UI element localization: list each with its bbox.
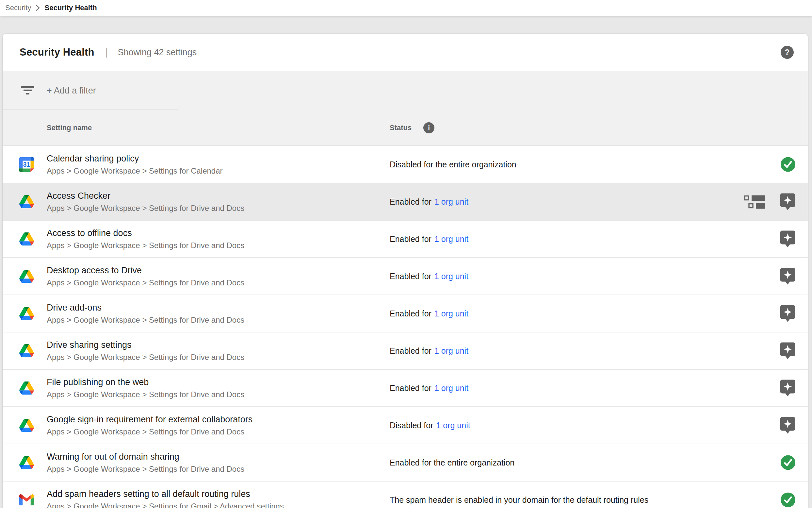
status-text: Enabled for <box>390 309 431 319</box>
setting-row[interactable]: 31 Drive sharing settings App <box>3 333 808 370</box>
filter-and-head-band: + Add a filter Setting name Status i <box>3 71 808 146</box>
status-text: Disabled for <box>390 421 433 430</box>
check-circle-icon <box>781 493 795 507</box>
settings-count: Showing 42 settings <box>118 47 197 57</box>
status-column-label: Status <box>390 124 412 132</box>
page-title: Security Health <box>19 46 94 58</box>
setting-status: Enabled for 1 org unit <box>390 197 468 207</box>
status-text: Enabled for <box>390 197 431 207</box>
setting-status: Enabled for the entire organization <box>390 458 515 467</box>
setting-path: Apps > Google Workspace > Settings for D… <box>47 427 252 436</box>
setting-name-column-header: Setting name <box>47 124 92 132</box>
status-text: Enabled for the entire organization <box>390 458 515 467</box>
setting-status: Enabled for 1 org unit <box>390 309 468 319</box>
setting-title: Google sign-in requirement for external … <box>47 414 252 425</box>
security-health-card: Security Health | Showing 42 settings ? … <box>3 34 808 508</box>
org-unit-link[interactable]: 1 org unit <box>434 346 468 356</box>
setting-status: Enabled for 1 org unit <box>390 383 468 393</box>
google-drive-icon <box>19 270 34 283</box>
setting-path: Apps > Google Workspace > Settings for D… <box>47 204 244 213</box>
chevron-right-icon <box>35 4 40 12</box>
setting-title: Warning for out of domain sharing <box>47 452 244 462</box>
setting-status: Enabled for 1 org unit <box>390 272 468 281</box>
status-text: Enabled for <box>390 383 431 393</box>
setting-title: Add spam headers setting to all default … <box>47 489 284 499</box>
org-unit-link[interactable]: 1 org unit <box>434 309 468 319</box>
org-unit-link[interactable]: 1 org unit <box>436 421 470 430</box>
setting-title: Desktop access to Drive <box>47 265 244 276</box>
setting-row[interactable]: 31 Access Checker Apps > Goog <box>3 183 808 221</box>
setting-row[interactable]: 31 Desktop access to Drive Ap <box>3 258 808 295</box>
gmail-icon <box>19 494 34 505</box>
setting-title: Access Checker <box>47 190 244 201</box>
status-column-header: Status i <box>390 122 434 133</box>
google-drive-icon <box>19 419 34 432</box>
info-icon[interactable]: i <box>423 122 434 133</box>
org-unit-link[interactable]: 1 org unit <box>434 235 468 244</box>
org-unit-link[interactable]: 1 org unit <box>434 272 468 281</box>
recommendation-flag-icon[interactable] <box>780 268 795 285</box>
setting-status: Enabled for 1 org unit <box>390 346 468 356</box>
recommendation-flag-icon[interactable] <box>780 417 795 434</box>
status-text: Disabled for the entire organization <box>390 160 516 169</box>
setting-path: Apps > Google Workspace > Settings for D… <box>47 241 244 250</box>
status-text: Enabled for <box>390 272 431 281</box>
check-circle-icon <box>781 455 795 470</box>
org-units-icon <box>744 195 766 209</box>
recommendation-flag-icon[interactable] <box>780 193 795 211</box>
setting-row[interactable]: 31 Add spam headers setting to all <box>3 481 808 508</box>
card-header: Security Health | Showing 42 settings ? <box>3 34 808 71</box>
setting-title: Drive add-ons <box>47 302 244 313</box>
setting-row[interactable]: 31 Drive add-ons Apps > Googl <box>3 295 808 333</box>
google-calendar-icon: 31 <box>19 157 34 172</box>
title-separator: | <box>105 47 108 58</box>
google-drive-icon <box>19 307 34 320</box>
setting-path: Apps > Google Workspace > Settings for C… <box>47 166 223 175</box>
setting-title: Drive sharing settings <box>47 340 244 350</box>
setting-path: Apps > Google Workspace > Settings for G… <box>47 502 284 508</box>
setting-status: The spam header is enabled in your domai… <box>390 495 649 505</box>
setting-row[interactable]: 31 Warning for out of domain sharin <box>3 444 808 481</box>
recommendation-flag-icon[interactable] <box>780 380 795 397</box>
status-text: The spam header is enabled in your domai… <box>390 495 649 505</box>
google-drive-icon <box>19 456 34 469</box>
org-unit-link[interactable]: 1 org unit <box>434 197 468 207</box>
breadcrumb-parent-link[interactable]: Security <box>5 4 31 12</box>
google-drive-icon <box>19 381 34 394</box>
setting-path: Apps > Google Workspace > Settings for D… <box>47 353 244 362</box>
status-text: Enabled for <box>390 346 431 356</box>
google-drive-icon <box>19 344 34 357</box>
setting-row[interactable]: 31 Google sign-in requirement for e <box>3 407 808 444</box>
add-filter-button[interactable]: + Add a filter <box>47 86 96 96</box>
setting-title: File publishing on the web <box>47 377 244 387</box>
google-drive-icon <box>19 195 34 208</box>
recommendation-flag-icon[interactable] <box>780 230 795 248</box>
check-circle-icon <box>781 157 795 172</box>
filter-bar: + Add a filter <box>3 71 808 110</box>
status-text: Enabled for <box>390 235 431 244</box>
recommendation-flag-icon[interactable] <box>780 342 795 359</box>
setting-path: Apps > Google Workspace > Settings for D… <box>47 278 244 287</box>
breadcrumb: Security Security Health <box>0 0 812 16</box>
setting-path: Apps > Google Workspace > Settings for D… <box>47 390 244 399</box>
setting-status: Disabled for 1 org unit <box>390 421 470 430</box>
setting-status: Disabled for the entire organization <box>390 160 516 169</box>
setting-row[interactable]: 31 File publishing on the web <box>3 370 808 407</box>
setting-path: Apps > Google Workspace > Settings for D… <box>47 465 244 474</box>
setting-title: Access to offline docs <box>47 228 244 238</box>
table-header: Setting name Status i <box>3 110 808 146</box>
help-icon[interactable]: ? <box>781 46 794 59</box>
org-unit-link[interactable]: 1 org unit <box>434 383 468 393</box>
svg-text:31: 31 <box>23 161 30 168</box>
setting-row[interactable]: 31 Calendar sharing policy Ap <box>3 146 808 183</box>
recommendation-flag-icon[interactable] <box>780 305 795 322</box>
setting-path: Apps > Google Workspace > Settings for D… <box>47 315 244 325</box>
setting-row[interactable]: 31 Access to offline docs App <box>3 221 808 258</box>
settings-rows: 31 Calendar sharing policy Ap <box>3 146 808 508</box>
setting-status: Enabled for 1 org unit <box>390 235 468 244</box>
filter-icon <box>21 86 34 95</box>
google-drive-icon <box>19 232 34 246</box>
breadcrumb-current: Security Health <box>44 4 97 12</box>
setting-title: Calendar sharing policy <box>47 153 223 164</box>
